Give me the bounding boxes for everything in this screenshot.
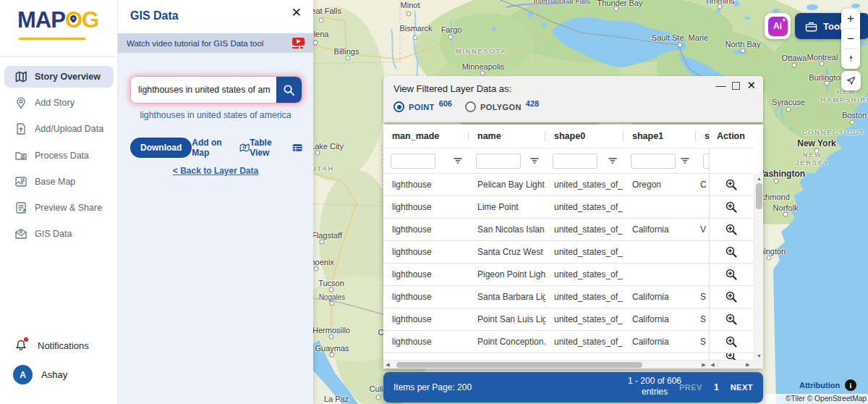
sidebar-item-add-upload-data[interactable]: Add/Upload Data	[4, 118, 114, 140]
column-header-shape0[interactable]: shape0	[545, 130, 624, 143]
ai-assistant-button[interactable]: Ai ✦	[765, 13, 791, 39]
next-page-button[interactable]: NEXT	[731, 383, 753, 392]
locate-button[interactable]	[841, 71, 861, 91]
maximize-icon[interactable]	[732, 82, 740, 90]
radio-polygon[interactable]: POLYGON428	[465, 101, 539, 112]
pin-icon	[14, 96, 27, 109]
radio-point[interactable]: POINT606	[393, 101, 452, 112]
video-tutorial-banner[interactable]: Watch video tutorial for GIS Data tool	[118, 33, 313, 53]
filter-cell	[624, 153, 696, 169]
map-marker	[783, 212, 788, 217]
attribution-link[interactable]: Attribution	[799, 381, 840, 390]
table-row[interactable]: lighthouseSanta Barbara Lig...united_sta…	[383, 286, 754, 308]
cell-action	[709, 219, 754, 240]
mapog-logo[interactable]: MAPOG	[17, 7, 98, 33]
geometry-type-radios: POINT606POLYGON428	[393, 101, 539, 112]
cell-man_made: lighthouse	[383, 269, 469, 279]
action-scroll-left-arrow[interactable]: ◀	[708, 362, 717, 368]
zoom-to-feature-icon[interactable]	[725, 290, 739, 304]
search-button[interactable]	[276, 77, 302, 103]
filter-icon[interactable]	[453, 156, 463, 166]
filter-icon[interactable]	[529, 156, 540, 166]
zoom-to-feature-icon[interactable]	[725, 335, 739, 349]
sidebar-item-base-map[interactable]: Base Map	[4, 171, 114, 193]
download-button[interactable]: Download	[130, 138, 192, 158]
scroll-up-arrow[interactable]: ▲	[754, 174, 763, 182]
map-marker	[329, 287, 334, 293]
zoom-to-feature-icon[interactable]	[725, 245, 739, 259]
map-marker	[330, 353, 335, 358]
add-on-map-button[interactable]: Add on Map	[192, 138, 250, 158]
sparkle-icon: ✦	[782, 17, 786, 23]
minimize-icon[interactable]: —	[715, 80, 726, 91]
cell-man_made: lighthouse	[383, 314, 469, 324]
column-header-man_made[interactable]: man_made	[383, 130, 469, 143]
action-scroll-right-arrow[interactable]: ▶	[744, 362, 752, 368]
filter-cell	[696, 153, 709, 169]
table-view-button[interactable]: Table View	[250, 138, 302, 158]
column-filter-input[interactable]	[391, 153, 435, 169]
zoom-out-button[interactable]: −	[841, 29, 860, 49]
column-header-name[interactable]: name	[469, 130, 545, 143]
filter-icon[interactable]	[608, 156, 618, 166]
notifications-label: Notifications	[38, 340, 89, 351]
zoom-to-feature-icon[interactable]	[725, 268, 739, 282]
column-filter-input[interactable]	[553, 153, 597, 169]
zoom-to-feature-icon[interactable]	[725, 201, 739, 214]
zoom-to-feature-icon[interactable]	[725, 223, 739, 237]
sidebar-item-gis-data[interactable]: GIS Data	[4, 223, 114, 245]
youtube-icon	[292, 38, 305, 49]
horizontal-scroll-thumb[interactable]	[396, 362, 642, 368]
table-row[interactable]: lighthousePigeon Point Lightunited_state…	[383, 264, 754, 286]
panel-close-icon[interactable]: ✕	[289, 2, 305, 23]
sidebar-item-preview-share[interactable]: Preview & Share	[4, 197, 114, 219]
cell-name: Point San Luis Lig...	[469, 314, 545, 324]
column-filter-input[interactable]	[703, 153, 709, 169]
filter-cell	[383, 153, 469, 169]
zoom-to-feature-icon[interactable]	[725, 353, 739, 360]
table-row[interactable]: lighthousePelican Bay Lightunited_states…	[383, 174, 754, 196]
vertical-scroll-thumb[interactable]	[756, 183, 762, 209]
horizontal-scrollbar[interactable]: ◀ ▶ ◀ ▶	[383, 360, 763, 369]
sidebar-item-process-data[interactable]: Process Data	[4, 145, 114, 167]
column-header-s[interactable]: s	[696, 130, 709, 143]
table-row[interactable]: lighthousePoint Conception...united_stat…	[383, 331, 754, 353]
scroll-right-arrow[interactable]: ▶	[699, 362, 708, 368]
cell-shape0: united_states_of_...	[545, 224, 624, 235]
scroll-left-arrow[interactable]: ◀	[383, 362, 392, 368]
table-row[interactable]: lighthouseSan Nicolas Islan...united_sta…	[383, 219, 754, 241]
table-row[interactable]: lighthouseSanta Cruz West ...united_stat…	[383, 241, 754, 264]
column-filter-input[interactable]	[631, 153, 676, 169]
sidebar-item-story-overview[interactable]: Story Overview	[4, 66, 114, 88]
user-profile-item[interactable]: A Ashay	[13, 365, 67, 384]
scroll-down-arrow[interactable]: ▼	[754, 351, 763, 360]
compass-button[interactable]	[841, 49, 860, 69]
panel-header: GIS Data ✕	[118, 0, 313, 33]
location-pin-icon	[70, 15, 77, 22]
info-icon[interactable]: i	[845, 379, 856, 391]
zoom-to-feature-icon[interactable]	[725, 313, 739, 327]
column-header-action[interactable]: Action	[709, 130, 754, 143]
filter-cell	[545, 153, 624, 169]
sidebar-item-add-story[interactable]: Add Story	[4, 92, 114, 114]
zoom-to-feature-icon[interactable]	[725, 178, 739, 192]
search-suggestion[interactable]: lighthouses in united states of america	[118, 110, 313, 120]
filter-icon[interactable]	[680, 156, 690, 166]
map-marker	[480, 71, 485, 76]
close-icon[interactable]: ✕	[746, 79, 756, 92]
column-filter-input[interactable]	[476, 153, 521, 169]
column-header-shape1[interactable]: shape1	[624, 130, 696, 143]
table-rows: lighthousePelican Bay Lightunited_states…	[383, 174, 763, 353]
filter-cell	[469, 153, 545, 169]
map-marker	[792, 63, 797, 68]
entries-range: 1 - 200 of 606 entries	[622, 376, 687, 397]
vertical-scrollbar[interactable]: ▲ ▼	[754, 174, 763, 360]
back-to-layer-data-link[interactable]: < Back to Layer Data	[118, 166, 313, 176]
cell-action	[709, 264, 754, 285]
search-input[interactable]	[131, 77, 276, 103]
table-row[interactable]: lighthousePoint San Luis Lig...united_st…	[383, 308, 754, 331]
table-row[interactable]: lighthouseLime Pointunited_states_of_...	[383, 196, 754, 219]
notifications-item[interactable]: Notifications	[14, 339, 89, 352]
prev-page-button[interactable]: PREV	[679, 383, 702, 392]
zoom-in-button[interactable]: +	[841, 9, 860, 28]
